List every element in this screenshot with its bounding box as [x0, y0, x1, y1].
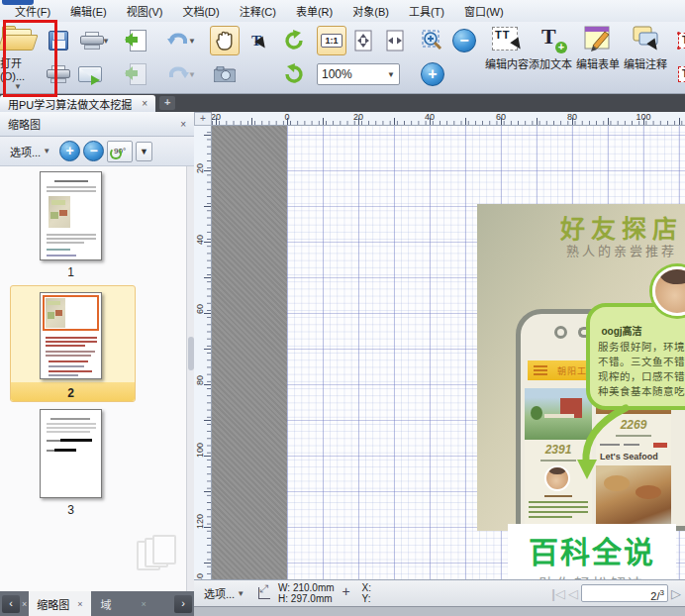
- cursor-position-icon: [341, 585, 356, 601]
- text-field-tool3-button[interactable]: T_: [673, 59, 685, 89]
- tab-thumbnails-close-icon[interactable]: ×: [77, 599, 82, 609]
- page-thumbnail-1[interactable]: [40, 171, 102, 260]
- tab-thumbnails[interactable]: 缩略图 ×: [29, 591, 90, 616]
- actual-size-button[interactable]: 1:1: [317, 26, 346, 55]
- fit-width-button[interactable]: [380, 26, 410, 55]
- redo-button[interactable]: ▼: [160, 59, 202, 89]
- menu-edit[interactable]: 编辑(E): [61, 1, 116, 21]
- thumb-zoom-in-button[interactable]: +: [59, 141, 80, 161]
- panel-close-icon[interactable]: ×: [180, 119, 186, 130]
- add-text-button[interactable]: T + 添加文本: [529, 22, 572, 93]
- canvas-status-bar: 选项...▼ W: 210.0mm H: 297.0mm X: Y: |◁ ◁ …: [194, 579, 685, 606]
- vertical-ruler: 20 40 60 80 100 120 140: [194, 126, 212, 579]
- edit-comment-button[interactable]: 编辑注释: [624, 22, 667, 93]
- tabs-scroll-right-button[interactable]: ›: [174, 595, 192, 613]
- hamburger-menu-icon: [534, 365, 547, 375]
- cursor-x-label: X:: [362, 582, 371, 593]
- menu-window[interactable]: 窗口(W): [455, 1, 513, 21]
- fit-page-button[interactable]: [348, 26, 378, 55]
- ruler-origin-box[interactable]: +: [194, 112, 212, 126]
- menu-comment[interactable]: 注释(C): [231, 1, 285, 21]
- zoom-level-combobox[interactable]: 100% ▼: [317, 63, 400, 85]
- panel-toolbar: 选项...▼ + − 90° ▼: [0, 137, 194, 166]
- first-page-button[interactable]: |◁: [551, 586, 565, 601]
- snapshot-button[interactable]: [210, 59, 240, 89]
- menu-view[interactable]: 视图(V): [118, 1, 172, 21]
- document-canvas: + 20 0 20 40 60 80 100 20 40 60 80 100 1…: [194, 112, 685, 616]
- zoom-out-button[interactable]: −: [449, 26, 479, 55]
- zoom-in-icon: +: [421, 62, 444, 86]
- page-height-value: H: 297.0mm: [278, 593, 335, 604]
- redo-icon: [166, 64, 190, 84]
- thumb-zoom-out-button[interactable]: −: [83, 141, 104, 161]
- window-bottom-edge: [194, 606, 685, 616]
- tab-fields-close-icon[interactable]: ×: [142, 599, 147, 609]
- open-button-label: 打开(O)...: [0, 54, 38, 82]
- panel-bottom-tabs: ‹ × 缩略图 × 域 × ›: [0, 591, 194, 616]
- edit-form-icon: [583, 24, 613, 53]
- zoom-level-value: 100%: [322, 67, 387, 81]
- add-text-icon: T: [541, 24, 556, 50]
- open-dropdown-arrow[interactable]: ▼: [14, 82, 22, 91]
- tab-close-left-icon[interactable]: ×: [22, 599, 27, 609]
- window-chrome-fragment: [2, 0, 34, 5]
- edit-form-button[interactable]: 编辑表单: [576, 22, 620, 93]
- page-number-input[interactable]: 2/3: [581, 584, 668, 602]
- hand-tool-button[interactable]: [210, 26, 240, 55]
- page-2-image-frame: [43, 295, 99, 331]
- document-tab[interactable]: 用PU学习算法做文本挖掘 ×: [0, 95, 155, 112]
- page-navigation: |◁ ◁ 2/3 ▷: [551, 584, 681, 602]
- marquee-zoom-button[interactable]: [418, 26, 447, 55]
- rotate-page-button[interactable]: 90°: [107, 141, 133, 162]
- previous-view-button[interactable]: [123, 26, 152, 55]
- canvas-body[interactable]: 好友探店 熟人的亲尝推荐 朝阳工人体育 2391: [212, 126, 685, 579]
- select-text-button[interactable]: T: [242, 26, 271, 55]
- rotate-right-button[interactable]: [279, 59, 309, 89]
- previous-page-button[interactable]: ◁: [568, 586, 578, 601]
- status-options-button[interactable]: 选项...▼: [198, 581, 250, 605]
- pdf-page[interactable]: 好友探店 熟人的亲尝推荐 朝阳工人体育 2391: [287, 126, 685, 579]
- print-setup-button[interactable]: [44, 59, 73, 89]
- next-view-button[interactable]: [123, 59, 152, 89]
- actual-size-icon: 1:1: [321, 34, 342, 48]
- panel-options-button[interactable]: 选项...▼: [4, 140, 56, 163]
- menu-document[interactable]: 文档(D): [173, 1, 228, 21]
- open-file-button[interactable]: 打开(O)... ▼: [0, 22, 38, 93]
- rotate-ccw-icon: [283, 30, 305, 51]
- text-field-tool-button[interactable]: T: [673, 26, 685, 55]
- print-button[interactable]: ▼: [75, 26, 115, 55]
- tab-fields[interactable]: 域 ×: [93, 591, 154, 616]
- undo-button[interactable]: ▼: [160, 26, 202, 55]
- reviewer-avatar-small: [544, 465, 570, 491]
- like-count-left: 2391: [525, 443, 592, 457]
- page-thumbnail-2[interactable]: [40, 292, 102, 379]
- tab-close-icon[interactable]: ×: [142, 98, 147, 109]
- menu-object[interactable]: 对象(B): [343, 1, 398, 21]
- tutorial-screenshot: 好友探店 熟人的亲尝推荐 朝阳工人体育 2391: [477, 204, 685, 531]
- open-folder-icon: [0, 26, 38, 51]
- main-toolbar: 打开(O)... ▼ ▼ ▼ ▼: [0, 22, 685, 94]
- panel-scrollbar[interactable]: [186, 166, 194, 591]
- menu-tools[interactable]: 工具(T): [400, 1, 453, 21]
- rotate-left-button[interactable]: [279, 26, 309, 55]
- zoom-in-button[interactable]: +: [418, 59, 447, 89]
- undo-icon: [166, 31, 190, 51]
- panel-more-button[interactable]: ▼: [136, 142, 152, 161]
- left-feed-card: 2391: [525, 388, 592, 531]
- email-button[interactable]: [75, 59, 105, 89]
- fit-page-icon: [353, 30, 373, 51]
- mail-icon: [78, 66, 102, 82]
- edit-content-button[interactable]: T T 编辑内容: [485, 22, 529, 93]
- menu-form[interactable]: 表单(R): [287, 1, 342, 21]
- document-tab-bar: 用PU学习算法做文本挖掘 × +: [0, 94, 685, 112]
- tabs-scroll-left-button[interactable]: ‹: [2, 595, 20, 613]
- zoom-dropdown-arrow[interactable]: ▼: [387, 70, 395, 79]
- thumbnail-panel: 缩略图 × 选项...▼ + − 90° ▼ 1: [0, 112, 194, 616]
- thumbnail-list: 1 2: [0, 166, 194, 591]
- pages-stack-icon: [137, 535, 180, 578]
- page-thumbnail-3[interactable]: [40, 409, 102, 498]
- save-button[interactable]: [44, 26, 73, 55]
- new-tab-button[interactable]: +: [159, 96, 175, 110]
- cursor-y-label: Y:: [362, 593, 371, 604]
- next-page-button[interactable]: ▷: [671, 586, 681, 601]
